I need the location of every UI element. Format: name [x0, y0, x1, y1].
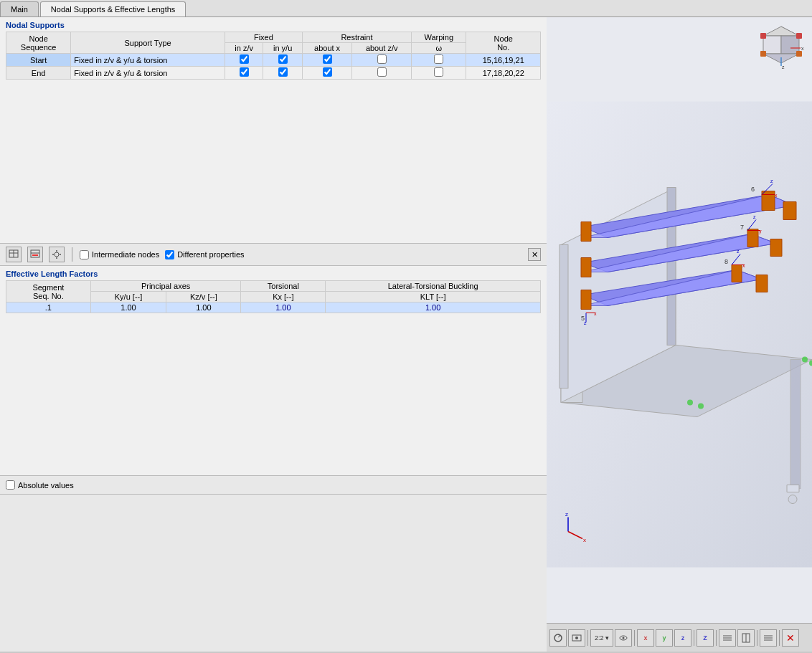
svg-point-67: [698, 404, 704, 409]
tab-main[interactable]: Main: [0, 1, 39, 16]
vp-btn-dropdown2[interactable]: [760, 629, 777, 647]
col-kzv: Kz/v [--]: [166, 292, 241, 302]
cell-warp-start: [412, 54, 466, 67]
vp-btn-dropdown1[interactable]: 2:2 ▾: [590, 629, 613, 647]
vp-btn-rotate[interactable]: [549, 629, 567, 647]
svg-point-71: [788, 495, 797, 504]
col-aboutzv: about z/v: [352, 43, 412, 54]
nodal-row-start[interactable]: Start Fixed in z/v & y/u & torsion 15,16…: [6, 54, 541, 67]
cell-kx-1: 1.00: [241, 302, 326, 313]
intermediate-nodes-label[interactable]: Intermediate nodes: [80, 250, 159, 259]
cell-restzv-end: [352, 67, 412, 80]
svg-text:x: x: [801, 46, 804, 51]
svg-point-76: [554, 634, 562, 642]
intermediate-nodes-checkbox[interactable]: [80, 250, 89, 259]
svg-marker-43: [581, 290, 591, 310]
vp-sep3: [694, 630, 694, 646]
close-button[interactable]: ✕: [528, 248, 541, 261]
cell-seq-end: End: [6, 67, 71, 80]
cell-kyv-1: 1.00: [90, 302, 166, 313]
col-omega: ω: [412, 43, 466, 54]
nodal-supports-section: Nodal Supports NodeSequence Support Type…: [0, 17, 547, 243]
cell-restx-start: [302, 54, 352, 67]
cell-nodeno-end: 17,18,20,22: [466, 67, 541, 80]
col-aboutx: about x: [302, 43, 352, 54]
svg-rect-21: [760, 33, 766, 39]
vp-btn-book[interactable]: [737, 629, 755, 647]
cell-warp-end: [412, 67, 466, 80]
left-panel: Nodal Supports NodeSequence Support Type…: [0, 17, 547, 652]
col-seg-seq: SegmentSeq. No.: [6, 281, 91, 302]
cell-nodeno-start: 15,16,19,21: [466, 54, 541, 67]
absolute-values-label[interactable]: Absolute values: [6, 480, 541, 490]
svg-text:x: x: [594, 311, 597, 316]
svg-marker-38: [762, 191, 775, 211]
cell-type-end: Fixed in z/v & y/u & torsion: [71, 67, 225, 80]
vp-btn-y[interactable]: y: [656, 629, 673, 647]
right-panel: z x: [547, 17, 812, 652]
vp-sep6: [779, 630, 780, 646]
absolute-values-checkbox[interactable]: [6, 480, 15, 490]
svg-point-78: [575, 637, 578, 639]
toolbar-row: Intermediate nodes Different properties …: [0, 243, 547, 266]
col-principal-axes: Principal axes: [90, 281, 241, 292]
cell-kzv-1: 1.00: [166, 302, 241, 313]
svg-rect-30: [790, 360, 801, 489]
cube-nav-svg: z x: [756, 23, 806, 73]
vp-btn-layers[interactable]: [719, 629, 736, 647]
different-properties-label[interactable]: Different properties: [165, 250, 244, 259]
svg-text:8: 8: [724, 258, 728, 265]
vp-sep2: [634, 630, 635, 646]
toolbar-btn-2[interactable]: [27, 247, 43, 262]
svg-marker-44: [732, 265, 742, 282]
cell-seq-start: Start: [6, 54, 71, 67]
col-klt: KLT [--]: [326, 292, 541, 302]
eff-row-1[interactable]: .1 1.00 1.00 1.00 1.00: [6, 302, 541, 313]
svg-rect-28: [560, 245, 568, 389]
svg-text:x: x: [775, 193, 778, 198]
toolbar-btn-1[interactable]: [6, 247, 22, 262]
nodal-supports-title: Nodal Supports: [0, 17, 547, 32]
svg-text:6: 6: [751, 186, 755, 193]
toolbar-sep: [72, 247, 72, 262]
effective-length-title: Effective Length Factors: [0, 266, 547, 280]
nodal-supports-table: NodeSequence Support Type Fixed Restrain…: [6, 32, 541, 80]
vp-btn-x[interactable]: x: [637, 629, 654, 647]
cell-restzv-start: [352, 54, 412, 67]
svg-marker-70: [787, 485, 799, 492]
cube-navigator[interactable]: z x: [756, 23, 806, 73]
col-node-no: NodeNo.: [466, 32, 541, 54]
col-fixed-group: Fixed: [225, 32, 302, 43]
toolbar-btn-3[interactable]: [49, 247, 65, 262]
cell-seg-1: .1: [6, 302, 91, 313]
vp-btn-crosshair[interactable]: ✕: [782, 629, 799, 647]
col-node-seq: NodeSequence: [6, 32, 71, 54]
3d-scene: 6 z x 7 z y 8 z x 5 z x: [547, 17, 812, 652]
svg-point-66: [687, 400, 693, 406]
absolute-values-text: Absolute values: [18, 481, 74, 490]
col-torsional: Torsional: [241, 281, 326, 292]
svg-marker-39: [783, 202, 796, 220]
cell-restx-end: [302, 67, 352, 80]
nodal-row-end[interactable]: End Fixed in z/v & y/u & torsion 17,18,2…: [6, 67, 541, 80]
different-properties-checkbox[interactable]: [165, 250, 174, 259]
cell-klt-1: 1.00: [326, 302, 541, 313]
col-restraint-group: Restraint: [302, 32, 411, 43]
col-support-type: Support Type: [71, 32, 225, 54]
svg-rect-22: [796, 51, 802, 57]
cell-fixyu-start: [263, 54, 302, 67]
vp-btn-z[interactable]: z: [674, 629, 691, 647]
tab-bar: Main Nodal Supports & Effective Lengths: [0, 0, 812, 17]
effective-length-section: Effective Length Factors SegmentSeq. No.…: [0, 266, 547, 652]
svg-text:z: z: [770, 178, 773, 183]
svg-text:x: x: [583, 537, 586, 543]
tab-nodal[interactable]: Nodal Supports & Effective Lengths: [40, 1, 186, 16]
svg-text:z: z: [753, 214, 756, 219]
svg-text:z: z: [782, 65, 785, 70]
svg-marker-12: [763, 27, 799, 36]
svg-rect-3: [31, 250, 39, 257]
vp-btn-eye[interactable]: [615, 629, 632, 647]
vp-btn-view[interactable]: [568, 629, 585, 647]
svg-text:y: y: [759, 229, 762, 234]
vp-btn-z2[interactable]: Z: [697, 629, 714, 647]
